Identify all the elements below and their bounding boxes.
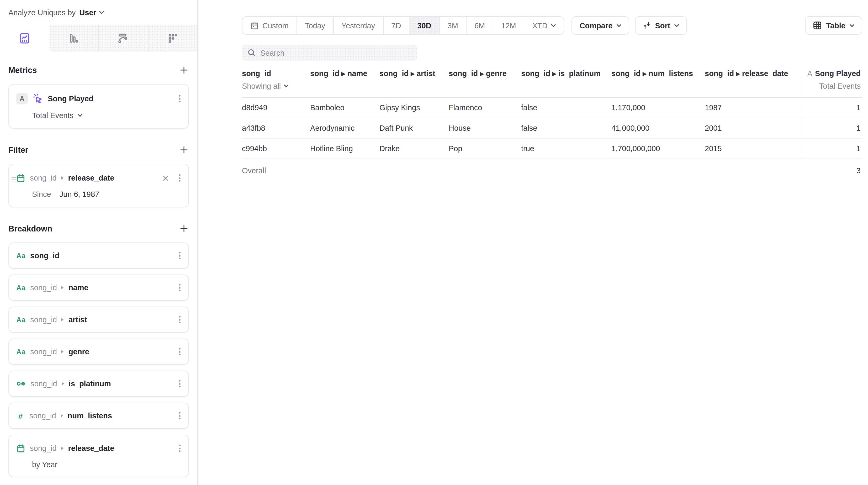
breakdown-item-num-listens[interactable]: # song_id num_listens [8,402,189,429]
breakdown-parent: song_id [29,412,56,420]
metric-card[interactable]: A Song Played Total Events [8,84,189,129]
breakdown-parent: song_id [30,283,57,292]
breakdown-bucket-value: by Year [32,460,58,469]
table-row[interactable]: a43fb8 Aerodynamic Daft Punk House false… [242,118,862,139]
breakdown-options-kebab-icon[interactable] [177,411,182,421]
filter-condition-row[interactable]: Since Jun 6, 1987 [16,190,182,199]
range-30d[interactable]: 30D [409,17,439,34]
breakdown-property: name [68,283,88,292]
search-input[interactable] [260,49,411,57]
filter-title: Filter [8,145,28,155]
breakdown-item-name[interactable]: Aa song_id name [8,274,189,301]
insights-line-chart-icon [19,32,30,44]
table-search[interactable] [242,44,417,61]
property-arrow-icon [62,382,64,385]
breakdown-options-kebab-icon[interactable] [177,314,182,325]
metrics-section-header: Metrics [8,65,189,75]
cell-genre: Pop [449,144,521,153]
filter-options-kebab-icon[interactable] [177,173,182,183]
column-header-release-date[interactable]: song_id ▸ release_date [705,69,800,97]
chevron-down-icon [551,24,556,27]
report-main-area: Custom Today Yesterday 7D 30D 3M 6M 12M … [198,0,868,485]
chevron-down-icon [78,114,83,117]
filter-card[interactable]: song_id release_date Since Jun 6, 1987 [8,164,189,207]
breakdown-item-is-platinum[interactable]: song_id is_platinum [8,370,189,397]
showing-all-label: Showing all [242,82,281,90]
column-header-genre[interactable]: song_id ▸ genre [449,69,521,97]
calendar-icon [16,174,25,182]
column-header-artist[interactable]: song_id ▸ artist [379,69,449,97]
column-header-is-platinum[interactable]: song_id ▸ is_platinum [521,69,611,97]
cell-name: Aerodynamic [310,124,379,132]
table-overall-row: Overall 3 [242,159,862,182]
table-row[interactable]: c994bb Hotline Bling Drake Pop true 1,70… [242,139,862,159]
compare-button[interactable]: Compare [572,16,629,35]
overall-label: Overall [242,166,310,175]
range-today[interactable]: Today [297,17,333,34]
breakdown-options-kebab-icon[interactable] [177,250,182,261]
breakdown-bucket-dropdown[interactable]: by Year [16,460,182,469]
cell-artist: Daft Punk [379,124,449,132]
add-breakdown-button[interactable] [179,223,189,234]
breakdown-property: is_platinum [69,380,111,388]
cell-is-platinum: true [521,144,611,153]
cell-song-id: a43fb8 [242,124,310,132]
breakdown-item-song-id[interactable]: Aa song_id [8,243,189,269]
range-3m[interactable]: 3M [439,17,466,34]
chevron-down-icon [617,24,621,27]
range-12m[interactable]: 12M [493,17,524,34]
breakdown-property: genre [68,347,89,356]
breakdown-options-kebab-icon[interactable] [177,282,182,293]
tab-flows[interactable] [98,25,148,52]
breakdown-property: release_date [68,444,115,452]
breakdown-title: Breakdown [8,224,52,233]
column-header-song-id[interactable]: song_id Showing all [242,69,310,97]
column-header-name[interactable]: song_id ▸ name [310,69,379,97]
add-metric-button[interactable] [179,65,189,75]
filter-operator: Since [32,190,51,199]
breakdown-property: song_id [30,251,59,260]
metric-aggregation-dropdown[interactable]: Total Events [16,111,182,120]
property-arrow-icon [61,447,63,450]
query-builder-sidebar: Analyze Uniques by User [0,0,198,485]
showing-all-dropdown[interactable]: Showing all [242,82,310,90]
tab-metrics[interactable] [148,25,197,52]
calendar-icon [16,444,25,453]
sort-button[interactable]: Sort [635,16,687,35]
range-yesterday[interactable]: Yesterday [333,17,383,34]
metric-options-kebab-icon[interactable] [177,93,182,104]
range-6m[interactable]: 6M [466,17,493,34]
range-xtd[interactable]: XTD [524,17,564,34]
breakdown-item-artist[interactable]: Aa song_id artist [8,306,189,333]
cell-name: Bamboleo [310,103,379,112]
metrics-title: Metrics [8,65,37,75]
cell-num-listens: 41,000,000 [611,124,705,132]
breakdown-item-genre[interactable]: Aa song_id genre [8,338,189,365]
event-click-spark-icon [33,93,43,104]
property-arrow-icon [62,318,64,321]
view-type-button[interactable]: Table [805,16,862,35]
range-custom[interactable]: Custom [243,17,297,34]
analyze-entity-dropdown[interactable]: User [79,8,104,17]
column-header-num-listens[interactable]: song_id ▸ num_listens [611,69,705,97]
cell-is-platinum: false [521,103,611,112]
range-label: 3M [447,21,458,30]
table-row[interactable]: d8d949 Bamboleo Gipsy Kings Flamenco fal… [242,98,862,118]
filter-value: Jun 6, 1987 [60,190,99,199]
tab-bar-chart[interactable] [49,25,98,52]
cell-metric-value: 1 [800,139,862,158]
property-arrow-icon [62,286,64,289]
remove-filter-icon[interactable] [162,174,169,182]
breakdown-item-release-date[interactable]: song_id release_date by Year [8,434,189,477]
breakdown-options-kebab-icon[interactable] [177,346,182,357]
tab-insights-line[interactable] [0,25,49,52]
drag-handle-icon[interactable] [11,177,16,182]
range-7d[interactable]: 7D [383,17,409,34]
add-filter-button[interactable] [179,145,189,155]
breakdown-options-kebab-icon[interactable] [177,443,182,454]
column-header-metric[interactable]: ASong Played Total Events [800,69,862,97]
breakdown-options-kebab-icon[interactable] [177,378,182,389]
text-property-icon: Aa [16,284,26,292]
metric-aggregation-value: Total Events [32,111,73,120]
view-type-label: Table [826,21,845,30]
